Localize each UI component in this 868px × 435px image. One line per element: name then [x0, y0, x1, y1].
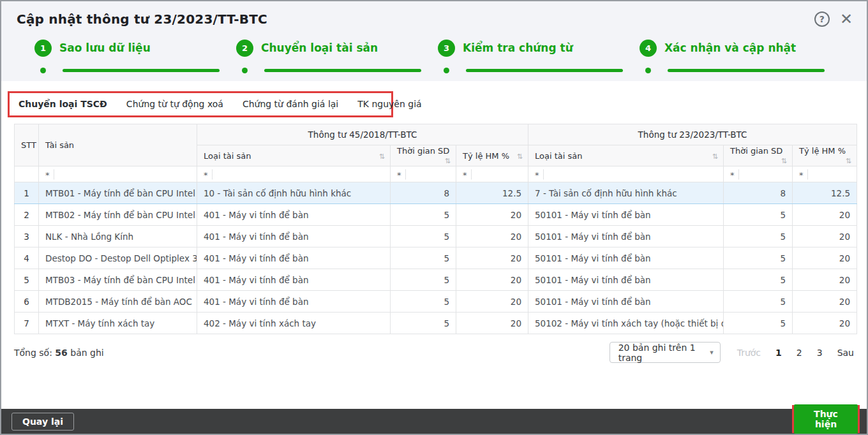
filter-operator[interactable]: *	[197, 169, 212, 180]
cell-old-type[interactable]: 402 - Máy vi tính xách tay	[197, 313, 391, 334]
cell-asset[interactable]: NLK - Nhà Lồng Kính	[39, 226, 197, 247]
col-header-new-type[interactable]: Loại tài sản⇅	[528, 145, 724, 166]
cell-asset[interactable]: MTB03 - Máy tính để bàn CPU Intel Cor...	[39, 269, 197, 291]
execute-button[interactable]: Thực hiện	[794, 404, 858, 434]
cell-asset[interactable]: Destop DO - Destop Dell Optiplex 3020...	[39, 247, 197, 269]
cell-old-duration[interactable]: 5	[391, 313, 456, 334]
cell-new-type[interactable]: 50102 - Máy vi tính xách tay (hoặc thiết…	[528, 313, 724, 334]
cell-asset[interactable]: MTB02 - Máy tính để bàn CPU Intel Core..…	[39, 204, 197, 226]
close-icon[interactable]: ✕	[840, 11, 853, 27]
back-button[interactable]: Quay lại	[11, 413, 74, 431]
cell-stt[interactable]: 4	[15, 247, 39, 269]
cell-old-type[interactable]: 401 - Máy vi tính để bàn	[197, 204, 391, 226]
col-header-old-type[interactable]: Loại tài sản⇅	[197, 145, 391, 166]
cell-old-type[interactable]: 401 - Máy vi tính để bàn	[197, 291, 391, 313]
cell-new-rate[interactable]: 20	[793, 269, 857, 291]
cell-stt[interactable]: 3	[15, 226, 39, 247]
sort-icon[interactable]: ⇅	[445, 157, 451, 165]
page-number-1[interactable]: 1	[775, 348, 782, 358]
cell-new-rate[interactable]: 20	[793, 226, 857, 247]
cell-old-rate[interactable]: 20	[456, 269, 528, 291]
cell-old-rate[interactable]: 12.5	[456, 182, 528, 204]
col-header-old-duration[interactable]: Thời gian SD⇅	[391, 145, 456, 166]
table-row[interactable]: 4 Destop DO - Destop Dell Optiplex 3020.…	[15, 247, 857, 269]
filter-cell-old-duration[interactable]: *	[391, 166, 456, 182]
cell-new-rate[interactable]: 20	[793, 247, 857, 269]
cell-new-duration[interactable]: 5	[724, 269, 793, 291]
filter-operator[interactable]: *	[724, 169, 738, 180]
cell-new-duration[interactable]: 5	[724, 204, 793, 226]
table-row[interactable]: 3 NLK - Nhà Lồng Kính 401 - Máy vi tính …	[15, 226, 857, 247]
cell-asset[interactable]: MTXT - Máy tính xách tay	[39, 313, 197, 334]
cell-stt[interactable]: 1	[15, 182, 39, 204]
table-row[interactable]: 7 MTXT - Máy tính xách tay 402 - Máy vi …	[15, 313, 857, 334]
cell-stt[interactable]: 7	[15, 313, 39, 334]
tab-chung-tu-danh-gia-lai[interactable]: Chứng từ đánh giá lại	[243, 99, 338, 109]
cell-old-rate[interactable]: 20	[456, 204, 528, 226]
cell-new-type[interactable]: 50101 - Máy vi tính để bàn	[528, 204, 724, 226]
filter-operator[interactable]: *	[391, 169, 405, 180]
cell-old-rate[interactable]: 20	[456, 226, 528, 247]
tab-chuyen-loai-tscd[interactable]: Chuyển loại TSCĐ	[19, 99, 107, 109]
cell-old-duration[interactable]: 5	[391, 247, 456, 269]
cell-old-rate[interactable]: 20	[456, 291, 528, 313]
table-row[interactable]: 6 MTDB2015 - Máy tính để bàn AOC 401 - M…	[15, 291, 857, 313]
cell-new-type[interactable]: 50101 - Máy vi tính để bàn	[528, 269, 724, 291]
col-header-old-rate[interactable]: Tỷ lệ HM %⇅	[456, 145, 528, 166]
prev-page-button[interactable]: Trước	[737, 348, 761, 358]
col-header-new-duration[interactable]: Thời gian SD⇅	[724, 145, 793, 166]
col-header-asset[interactable]: Tài sản	[39, 124, 197, 166]
page-number-2[interactable]: 2	[797, 348, 802, 358]
cell-new-duration[interactable]: 8	[724, 182, 793, 204]
table-row[interactable]: 2 MTB02 - Máy tính để bàn CPU Intel Core…	[15, 204, 857, 226]
cell-new-rate[interactable]: 20	[793, 313, 857, 334]
filter-cell-old-rate[interactable]: *	[456, 166, 528, 182]
cell-old-rate[interactable]: 20	[456, 247, 528, 269]
cell-old-type[interactable]: 401 - Máy vi tính để bàn	[197, 226, 391, 247]
table-row[interactable]: 1 MTB01 - Máy tính để bàn CPU Intel Core…	[15, 182, 857, 204]
cell-old-duration[interactable]: 5	[391, 204, 456, 226]
help-icon[interactable]: ?	[814, 11, 830, 27]
filter-cell-old-type[interactable]: *	[197, 166, 391, 182]
cell-old-type[interactable]: 401 - Máy vi tính để bàn	[197, 247, 391, 269]
cell-new-type[interactable]: 50101 - Máy vi tính để bàn	[528, 247, 724, 269]
cell-new-type[interactable]: 50101 - Máy vi tính để bàn	[528, 226, 724, 247]
filter-operator[interactable]: *	[793, 169, 807, 180]
filter-cell-new-type[interactable]: *	[528, 166, 724, 182]
filter-cell-new-duration[interactable]: *	[724, 166, 793, 182]
cell-new-duration[interactable]: 5	[724, 247, 793, 269]
filter-operator[interactable]: *	[39, 169, 54, 180]
filter-cell-new-rate[interactable]: *	[793, 166, 857, 182]
page-number-3[interactable]: 3	[817, 348, 823, 358]
sort-icon[interactable]: ⇅	[846, 157, 851, 165]
cell-new-rate[interactable]: 20	[793, 291, 857, 313]
cell-old-duration[interactable]: 8	[391, 182, 456, 204]
tab-tk-nguyen-gia[interactable]: TK nguyên giá	[357, 99, 421, 109]
cell-old-rate[interactable]: 20	[456, 313, 528, 334]
sort-icon[interactable]: ⇅	[781, 157, 787, 165]
table-row[interactable]: 5 MTB03 - Máy tính để bàn CPU Intel Cor.…	[15, 269, 857, 291]
cell-stt[interactable]: 5	[15, 269, 39, 291]
filter-cell-asset[interactable]: *	[39, 166, 197, 182]
cell-stt[interactable]: 6	[15, 291, 39, 313]
cell-new-type[interactable]: 50101 - Máy vi tính để bàn	[528, 291, 724, 313]
tab-chung-tu-tu-dong-xoa[interactable]: Chứng từ tự động xoá	[126, 99, 223, 109]
next-page-button[interactable]: Sau	[837, 348, 854, 358]
cell-old-duration[interactable]: 5	[391, 269, 456, 291]
page-size-dropdown[interactable]: 20 bản ghi trên 1 trang ▾	[610, 342, 721, 363]
cell-old-duration[interactable]: 5	[391, 291, 456, 313]
col-header-new-rate[interactable]: Tỷ lệ HM %⇅	[793, 145, 857, 166]
cell-asset[interactable]: MTDB2015 - Máy tính để bàn AOC	[39, 291, 197, 313]
cell-old-type[interactable]: 401 - Máy vi tính để bàn	[197, 269, 391, 291]
sort-icon[interactable]: ⇅	[379, 152, 385, 161]
cell-new-duration[interactable]: 5	[724, 313, 793, 334]
cell-stt[interactable]: 2	[15, 204, 39, 226]
cell-old-duration[interactable]: 5	[391, 226, 456, 247]
cell-asset[interactable]: MTB01 - Máy tính để bàn CPU Intel Core..…	[39, 182, 197, 204]
cell-new-rate[interactable]: 20	[793, 204, 857, 226]
cell-new-type[interactable]: 7 - Tài sản cố định hữu hình khác	[528, 182, 724, 204]
filter-operator[interactable]: *	[456, 169, 471, 180]
sort-icon[interactable]: ⇅	[712, 152, 718, 161]
cell-new-duration[interactable]: 5	[724, 291, 793, 313]
cell-old-type[interactable]: 10 - Tài sản cố định hữu hình khác	[197, 182, 391, 204]
